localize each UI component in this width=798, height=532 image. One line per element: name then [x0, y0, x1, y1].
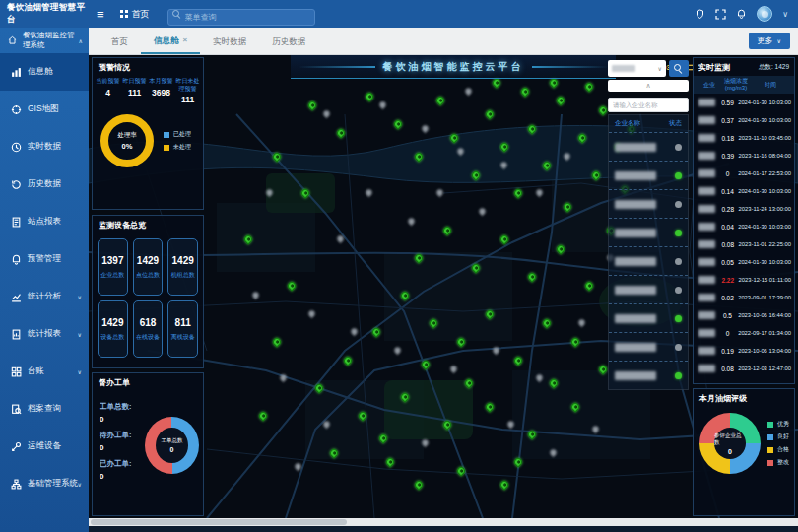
realtime-row[interactable]: 2.22 2023-12-15 01:11:00 [694, 271, 794, 289]
concentration-value: 0.5 [717, 312, 738, 319]
reading-time: 2024-01-30 10:03:00 [738, 259, 791, 265]
company-list-item[interactable] [609, 161, 688, 189]
company-dropdown-list: 企业名称 状态 [608, 114, 689, 390]
badge-icon[interactable] [695, 9, 705, 20]
sidebar-item-report[interactable]: 站点报表 [0, 203, 89, 240]
sidebar-item-label: 站点报表 [28, 216, 61, 228]
concentration-value: 0 [717, 330, 738, 337]
company-name-blurred [698, 311, 715, 319]
legend-label: 未处理 [173, 143, 191, 152]
company-name-blurred [698, 294, 715, 301]
tab-历史数据[interactable]: 历史数据 [259, 28, 318, 54]
company-list-item[interactable] [609, 218, 688, 246]
tab-实时数据[interactable]: 实时数据 [200, 28, 259, 54]
realtime-row[interactable]: 0.08 2023-11-01 22:25:00 [694, 235, 794, 253]
menu-search-input[interactable] [167, 9, 315, 26]
field-value: 0 [100, 415, 143, 424]
legend-item-已处理[interactable]: 已处理 [164, 130, 191, 139]
sidebar-item-alarm[interactable]: 预警管理 [0, 240, 89, 278]
company-name-blurred [615, 314, 656, 323]
reading-time: 2023-11-16 08:04:00 [739, 153, 791, 159]
more-button[interactable]: 更多 ∨ [749, 33, 790, 49]
sidebar-item-archive[interactable]: 档案查询 [0, 390, 89, 428]
fullscreen-icon[interactable] [715, 9, 726, 20]
company-list-item[interactable] [609, 361, 688, 389]
legend-item-优秀[interactable]: 优秀 [767, 420, 789, 429]
horizontal-scrollbar[interactable] [89, 518, 798, 526]
realtime-row[interactable]: 0.04 2024-01-30 10:03:00 [694, 218, 794, 235]
sidebar-item-cockpit[interactable]: 信息舱 [0, 53, 89, 91]
sidebar-item-analysis[interactable]: 统计分析∨ [0, 278, 89, 315]
chevron-down-icon: ∨ [78, 331, 82, 338]
realtime-row[interactable]: 0.28 2023-11-24 13:00:00 [694, 200, 794, 218]
archive-icon [11, 404, 22, 415]
company-select[interactable]: ∨ [608, 60, 666, 77]
realtime-rows: 0.59 2024-01-30 10:03:00 0.37 2024-01-30… [694, 94, 794, 377]
notification-bell-icon[interactable] [736, 9, 747, 20]
sidebar-item-statement[interactable]: 统计报表∨ [0, 315, 89, 353]
hamburger-menu-icon[interactable]: ≡ [97, 8, 104, 21]
scrollbar-thumb[interactable] [91, 519, 347, 525]
legend-item-良好[interactable]: 良好 [767, 432, 789, 441]
realtime-row[interactable]: 0.59 2024-01-30 10:03:00 [694, 94, 794, 111]
concentration-value: 0.37 [717, 117, 738, 124]
device-icon [11, 441, 22, 452]
realtime-row[interactable]: 0.02 2023-09-01 17:39:00 [694, 289, 794, 306]
company-list-item[interactable] [609, 332, 688, 361]
realtime-row[interactable]: 0.05 2024-01-30 10:03:00 [694, 253, 794, 271]
legend-item-合格[interactable]: 合格 [767, 445, 789, 454]
alarm-stat: 当前预警 4 [95, 78, 121, 104]
company-list-item[interactable] [609, 132, 688, 161]
sidebar-item-gis[interactable]: GIS地图 [0, 91, 89, 128]
device-stat-card[interactable]: 1429 点位总数 [133, 238, 164, 296]
device-stat-card[interactable]: 811 离线设备 [167, 300, 198, 358]
sidebar-group-header[interactable]: 餐饮油烟监控管理系统 ∧ [0, 28, 89, 53]
company-list-item[interactable] [609, 246, 688, 275]
stat-value: 3698 [148, 88, 174, 98]
header-home-link[interactable]: 首页 [120, 8, 150, 21]
sidebar-item-ledger[interactable]: 台账∨ [0, 353, 89, 390]
realtime-row[interactable]: 0.5 2023-10-06 16:44:00 [694, 306, 794, 324]
sidebar-item-realtime[interactable]: 实时数据 [0, 128, 89, 166]
card-value: 1429 [101, 317, 123, 328]
stat-value: 111 [121, 88, 148, 98]
workorder-field: 工单总数: 0 [100, 402, 143, 424]
tab-首页[interactable]: 首页 [99, 28, 141, 54]
card-value: 1429 [137, 255, 159, 266]
device-stat-card[interactable]: 618 在线设备 [133, 300, 164, 358]
realtime-table-header: 企业 油烟浓度 (mg/m3) 时间 [694, 76, 794, 94]
realtime-row[interactable]: 0 2024-01-17 22:53:00 [694, 165, 794, 182]
realtime-row[interactable]: 0.37 2024-01-30 10:03:00 [694, 111, 794, 129]
company-list-item[interactable] [609, 303, 688, 332]
legend-item-未处理[interactable]: 未处理 [164, 143, 191, 152]
device-stat-card[interactable]: 1429 设备总数 [98, 300, 128, 358]
rating-donut: 参评企业总数 0 [699, 413, 761, 474]
user-avatar[interactable] [757, 6, 772, 22]
sidebar: 餐饮油烟监控管理系统 ∧ 信息舱GIS地图实时数据历史数据站点报表预警管理统计分… [0, 28, 89, 532]
company-filter-input[interactable] [608, 98, 689, 112]
devices-panel-title: 监测设备总览 [93, 216, 203, 233]
workorder-donut-label: 工单总数 [162, 437, 183, 444]
company-search-button[interactable] [669, 60, 689, 77]
sidebar-item-device[interactable]: 运维设备 [0, 428, 89, 465]
company-list-item[interactable] [609, 275, 688, 303]
close-icon[interactable]: × [183, 28, 188, 53]
card-value: 618 [140, 317, 157, 328]
realtime-row[interactable]: 0.19 2023-10-06 13:04:00 [694, 342, 794, 360]
device-stat-card[interactable]: 1397 企业总数 [98, 238, 128, 296]
realtime-row[interactable]: 0.14 2024-01-30 10:03:00 [694, 182, 794, 200]
realtime-row[interactable]: 0 2022-09-17 01:34:00 [694, 324, 794, 342]
realtime-row[interactable]: 0.08 2023-12-03 12:47:00 [694, 360, 794, 377]
device-stat-card[interactable]: 1429 机组总数 [167, 238, 198, 296]
sidebar-item-history[interactable]: 历史数据 [0, 166, 89, 203]
realtime-row[interactable]: 0.18 2023-11-10 03:45:00 [694, 129, 794, 147]
dropdown-collapse[interactable]: ∧ [608, 80, 689, 92]
company-list-item[interactable] [609, 189, 688, 218]
tab-label: 实时数据 [213, 29, 246, 54]
sidebar-item-system[interactable]: 基础管理系统∨ [0, 465, 89, 502]
tab-信息舱[interactable]: 信息舱× [141, 28, 200, 54]
realtime-row[interactable]: 0.39 2023-11-16 08:04:00 [694, 147, 794, 165]
reading-time: 2023-09-01 17:39:00 [738, 295, 791, 300]
legend-item-整改[interactable]: 整改 [767, 458, 789, 467]
user-chevron-down-icon[interactable]: ∨ [782, 10, 788, 19]
